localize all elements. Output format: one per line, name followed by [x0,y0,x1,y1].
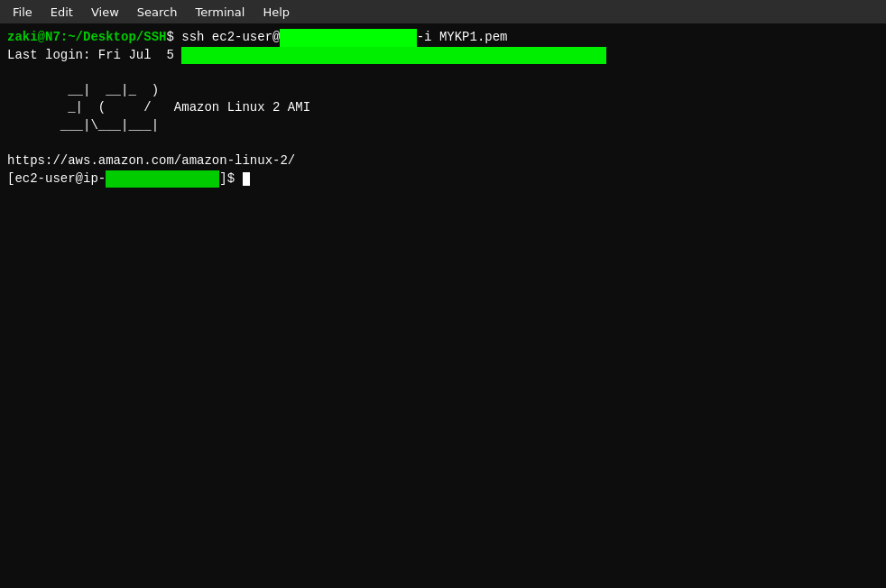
prompt2-host-redacted [106,170,219,188]
ssh-command-suffix: -i MYKP1.pem [417,29,508,47]
prompt2-close-bracket: ]$ [219,170,242,188]
menu-help[interactable]: Help [254,0,299,23]
ssh-command-prefix: ssh ec2-user@ [181,29,280,47]
ascii-art-line2: _| ( / Amazon Linux 2 AMI [7,99,879,117]
last-login-line: Last login: Fri Jul 5 [7,47,879,65]
ascii-art-line3: ___|\___|___| [7,117,879,135]
url-line: https://aws.amazon.com/amazon-linux-2/ [7,152,879,170]
terminal-area[interactable]: zaki@N7:~/Desktop/SSH$ ssh ec2-user@ -i … [0,23,886,588]
blank-line-2 [7,135,879,153]
menu-edit[interactable]: Edit [42,0,82,23]
last-login-prefix: Last login: Fri Jul 5 [7,47,181,65]
menu-view[interactable]: View [82,0,128,23]
prompt2-line: [ec2-user@ip- ]$ [7,170,879,188]
prompt-host: zaki@N7:~/Desktop/SSH [7,29,166,47]
prompt-dollar: $ [166,29,181,47]
menu-terminal[interactable]: Terminal [186,0,254,23]
command-line-1: zaki@N7:~/Desktop/SSH$ ssh ec2-user@ -i … [7,29,879,47]
menubar: File Edit View Search Terminal Help [0,0,886,23]
prompt2-open-bracket: [ec2-user@ip- [7,170,106,188]
terminal-cursor [243,172,250,186]
ascii-art-line1: __| __|_ ) [7,82,879,100]
ssh-host-redacted [280,29,416,47]
menu-file[interactable]: File [4,0,42,23]
blank-line-1 [7,64,879,82]
menu-search[interactable]: Search [128,0,187,23]
last-login-redacted [181,47,605,65]
